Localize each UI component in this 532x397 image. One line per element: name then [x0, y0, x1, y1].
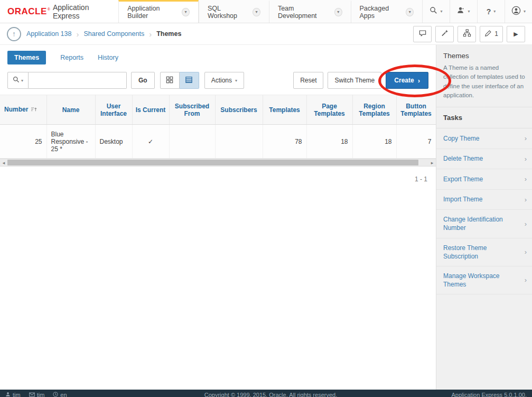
actions-menu-button[interactable]: Actions ▾ [204, 72, 244, 89]
chevron-down-icon: ▾ [468, 9, 470, 14]
nav-tab-label: Application Builder [127, 5, 177, 20]
cell-name-link[interactable]: Blue Responsive - 25 * [46, 125, 95, 159]
column-header-is-current[interactable]: Is Current [132, 95, 169, 125]
user-icon [5, 391, 11, 397]
task-change-identification-number[interactable]: Change Identification Number › [436, 210, 532, 238]
oracle-brand-text: ORACLE [7, 6, 47, 17]
chevron-down-icon: ▾ [493, 9, 496, 14]
admin-user-icon [457, 6, 465, 16]
chevron-right-icon: › [525, 247, 527, 257]
task-import-theme[interactable]: Import Theme › [436, 190, 532, 210]
themes-report-table: Number Name User Interface Is Current Su… [0, 95, 436, 159]
cell-is-current-check-icon: ✓ [132, 125, 169, 159]
column-header-button-templates[interactable]: Button Templates [396, 95, 436, 125]
nav-tab-packaged-apps[interactable]: Packaged Apps ▾ [351, 0, 423, 23]
view-toggle [160, 72, 199, 89]
utilities-button[interactable] [435, 26, 454, 42]
column-header-subscribers[interactable]: Subscribers [215, 95, 263, 125]
help-icon: ? [487, 7, 491, 16]
chevron-down-icon[interactable]: ▾ [334, 8, 342, 16]
main-nav-tabs: Application Builder ▾ SQL Workshop ▾ Tea… [118, 0, 422, 23]
cell-page-templates: 18 [306, 125, 352, 159]
footer-version: Application Express 5.0.1.00. [410, 391, 527, 397]
footer-language[interactable]: en [53, 391, 67, 397]
task-restore-theme-subscription[interactable]: Restore Theme Subscription › [436, 238, 532, 266]
chevron-down-icon[interactable]: ▾ [406, 8, 414, 16]
scroll-left-icon[interactable]: ◂ [0, 159, 7, 166]
shared-components-button[interactable] [458, 26, 476, 42]
create-button[interactable]: Create › [386, 72, 428, 89]
run-page-button[interactable]: ▶ [507, 26, 525, 42]
task-manage-workspace-themes[interactable]: Manage Workspace Themes › [436, 266, 532, 294]
hierarchy-icon [463, 29, 471, 39]
pencil-icon [484, 30, 492, 39]
clock-icon [53, 391, 58, 397]
footer-user[interactable]: tim [5, 391, 21, 397]
column-header-name[interactable]: Name [46, 95, 95, 125]
scrollbar-thumb[interactable] [7, 160, 418, 165]
administration-menu-button[interactable]: ▾ [450, 0, 477, 23]
horizontal-scrollbar[interactable]: ◂ ▸ [0, 159, 436, 167]
report-view-button[interactable] [180, 72, 199, 89]
footer-workspace[interactable]: tim [29, 391, 45, 397]
column-header-subscribed-from[interactable]: Subscribed From [169, 95, 215, 125]
report-view-icon [185, 76, 193, 85]
column-header-page-templates[interactable]: Page Templates [306, 95, 352, 125]
chevron-down-icon: ▾ [235, 78, 237, 83]
up-arrow-icon[interactable]: ↑ [7, 27, 21, 41]
breadcrumb-current: Themes [156, 30, 181, 38]
column-header-region-templates[interactable]: Region Templates [352, 95, 396, 125]
go-button[interactable]: Go [131, 72, 155, 89]
task-export-theme[interactable]: Export Theme › [436, 169, 532, 190]
nav-tab-team-development[interactable]: Team Development ▾ [269, 0, 351, 23]
chevron-right-icon: › [525, 154, 527, 164]
nav-tab-label: Team Development [278, 5, 330, 20]
search-button[interactable]: ▾ [422, 0, 450, 23]
icon-view-button[interactable] [160, 72, 180, 89]
chevron-down-icon[interactable]: ▾ [182, 8, 190, 16]
toolbar-right-buttons: Reset Switch Theme Create › [293, 72, 428, 89]
tab-themes[interactable]: Themes [7, 51, 46, 64]
chevron-right-icon: › [525, 195, 527, 205]
nav-tab-label: SQL Workshop [208, 5, 248, 20]
column-header-templates[interactable]: Templates [263, 95, 306, 125]
cell-user-interface: Desktop [95, 125, 132, 159]
cell-templates-link[interactable]: 78 [263, 125, 306, 159]
cell-subscribed-from [169, 125, 215, 159]
chevron-right-icon: › [525, 219, 527, 229]
search-column-button[interactable]: ▾ [7, 72, 29, 89]
nav-tab-label: Packaged Apps [360, 5, 402, 20]
feedback-button[interactable] [413, 26, 432, 42]
breadcrumb-shared-components[interactable]: Shared Components [83, 30, 144, 38]
reset-button[interactable]: Reset [293, 72, 323, 89]
help-menu-button[interactable]: ? ▾ [477, 0, 505, 23]
chevron-right-icon: › [418, 77, 420, 85]
column-header-number[interactable]: Number [0, 95, 46, 125]
account-menu-button[interactable]: ▾ [505, 0, 532, 23]
switch-theme-button[interactable]: Switch Theme [328, 72, 381, 89]
envelope-icon [29, 391, 35, 397]
search-input[interactable] [29, 72, 127, 89]
column-header-user-interface[interactable]: User Interface [95, 95, 132, 125]
sidebar-about-title: Themes [436, 45, 532, 63]
edit-page-button[interactable]: 1 [480, 26, 503, 42]
chevron-down-icon: ▾ [524, 9, 526, 14]
task-delete-theme[interactable]: Delete Theme › [436, 149, 532, 170]
top-icon-buttons: ▾ ▾ ? ▾ ▾ [422, 0, 532, 23]
cell-region-templates: 18 [352, 125, 396, 159]
scroll-right-icon[interactable]: ▸ [428, 159, 436, 166]
task-copy-theme[interactable]: Copy Theme › [436, 128, 532, 149]
chevron-right-icon: › [525, 275, 527, 285]
nav-tab-application-builder[interactable]: Application Builder ▾ [118, 0, 199, 23]
tab-reports[interactable]: Reports [60, 51, 83, 64]
sort-icon [31, 106, 37, 114]
nav-tab-sql-workshop[interactable]: SQL Workshop ▾ [199, 0, 269, 23]
footer-left: tim tim en [5, 391, 131, 397]
region-tabs: Themes Reports History [0, 45, 436, 72]
registered-mark: ® [48, 7, 50, 11]
oracle-logo[interactable]: ORACLE ® Application Express [0, 0, 118, 23]
breadcrumb-application[interactable]: Application 138 [26, 30, 71, 38]
tab-history[interactable]: History [98, 51, 118, 64]
edit-page-number: 1 [494, 30, 498, 38]
chevron-down-icon[interactable]: ▾ [253, 8, 260, 16]
